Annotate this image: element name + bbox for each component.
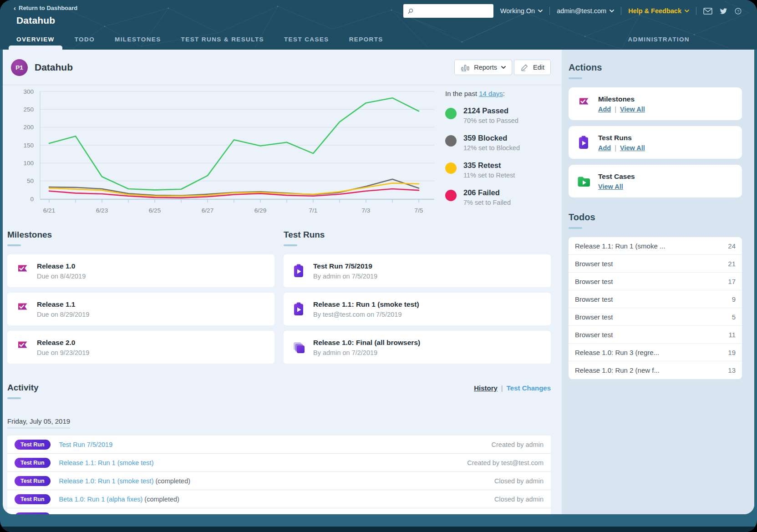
legend-heading: In the past 14 days: <box>445 90 551 97</box>
help-feedback-menu[interactable]: Help & Feedback <box>628 7 689 15</box>
link-separator: | <box>615 106 616 113</box>
main-column: P1 Datahub Reports <box>3 50 562 514</box>
activity-row: Test RunRelease 1.1: Run 1 (smoke test)C… <box>7 454 551 472</box>
clipboard-icon <box>291 263 306 279</box>
history-link[interactable]: History <box>474 384 498 392</box>
nav-tab-todo[interactable]: TODO <box>75 36 95 50</box>
page-header: P1 Datahub Reports <box>7 50 551 78</box>
card-release-1-0[interactable]: Release 1.0Due on 8/4/2019 <box>7 254 274 287</box>
todo-count: 17 <box>723 278 736 285</box>
card-text: Release 1.0: Final (all browsers)By admi… <box>313 339 420 356</box>
todo-label: Release 1.0: Run 3 (regre... <box>575 349 659 356</box>
card-text: Release 1.1: Run 1 (smoke test)By test@t… <box>313 300 419 318</box>
edit-button-label: Edit <box>533 64 544 71</box>
milestones-testruns-section: Milestones Release 1.0Due on 8/4/2019Rel… <box>7 230 551 369</box>
todo-item[interactable]: Browser test5 <box>569 308 742 326</box>
14-days-link[interactable]: 14 days <box>479 90 503 97</box>
card-release-1-1[interactable]: Release 1.1Due on 8/29/2019 <box>7 293 274 325</box>
test-run-badge: Test Run <box>15 458 51 468</box>
twitter-icon[interactable] <box>719 7 728 15</box>
activity-status-suffix: (completed) <box>153 514 188 515</box>
svg-text:200: 200 <box>23 124 34 131</box>
edit-button[interactable]: Edit <box>514 60 551 75</box>
view-all-link[interactable]: View All <box>620 144 645 152</box>
activity-link[interactable]: Beta 1.0: Run 2 (feature freeze) <box>59 514 152 515</box>
nav-tab-reports[interactable]: REPORTS <box>349 36 383 50</box>
email-icon[interactable] <box>703 8 712 15</box>
chevron-down-icon <box>610 10 614 12</box>
user-menu[interactable]: admin@test.com <box>557 7 614 15</box>
action-card-links: Add|View All <box>598 144 645 152</box>
nav-tab-label: TEST CASES <box>284 36 329 43</box>
activity-link[interactable]: Release 1.1: Run 1 (smoke test) <box>59 459 154 466</box>
working-on-label: Working On <box>500 7 535 15</box>
test-changes-link[interactable]: Test Changes <box>507 384 551 392</box>
view-all-link[interactable]: View All <box>598 183 623 190</box>
svg-text:300: 300 <box>23 88 34 95</box>
legend-item-passed: 2124 Passed70% set to Passed <box>445 106 551 124</box>
legend-text: 206 Failed7% set to Failed <box>463 188 511 206</box>
milestones-heading: Milestones <box>7 230 274 240</box>
todo-item[interactable]: Browser test9 <box>569 290 742 308</box>
view-all-link[interactable]: View All <box>620 106 645 113</box>
help-circle-icon[interactable]: ? <box>735 7 742 15</box>
svg-text:7/5: 7/5 <box>415 207 423 214</box>
card-title: Test Run 7/5/2019 <box>313 262 377 270</box>
milestones-column: Milestones Release 1.0Due on 8/4/2019Rel… <box>7 230 274 369</box>
todo-item[interactable]: Release 1.0: Run 2 (new f...13 <box>569 361 742 379</box>
nav-tab-milestones[interactable]: MILESTONES <box>115 36 161 50</box>
card-release-2-0[interactable]: Release 2.0Due on 9/23/2019 <box>7 331 274 364</box>
chevron-down-icon <box>538 10 543 12</box>
nav-tab-test-runs-results[interactable]: TEST RUNS & RESULTS <box>181 36 264 50</box>
search-input[interactable] <box>416 8 489 15</box>
add-link[interactable]: Add <box>598 144 611 152</box>
return-to-dashboard-label: Return to Dashboard <box>19 5 77 11</box>
nav-administration[interactable]: ADMINISTRATION <box>628 36 690 43</box>
action-card-text: Test CasesView All <box>598 172 635 190</box>
clipboard-icon <box>576 135 591 150</box>
testruns-heading: Test Runs <box>284 230 551 240</box>
working-on-menu[interactable]: Working On <box>500 7 543 15</box>
card-release-1-1-run-1-smoke-test[interactable]: Release 1.1: Run 1 (smoke test)By test@t… <box>284 293 551 325</box>
chevron-down-icon <box>501 66 506 69</box>
svg-text:0: 0 <box>30 196 34 203</box>
user-email-label: admin@test.com <box>557 7 606 15</box>
chart-legend: In the past 14 days: 2124 Passed70% set … <box>445 86 551 217</box>
todo-item[interactable]: Browser test11 <box>569 326 742 344</box>
activity-meta: Closed by admin <box>494 477 544 485</box>
project-badge: P1 <box>11 59 28 76</box>
todo-item[interactable]: Release 1.0: Run 3 (regre...19 <box>569 344 742 361</box>
nav-tab-overview[interactable]: OVERVIEW <box>16 36 55 50</box>
search-icon <box>407 8 413 15</box>
return-to-dashboard-link[interactable]: ‹ Return to Dashboard <box>14 5 77 11</box>
svg-text:100: 100 <box>23 160 34 167</box>
reports-button-label: Reports <box>474 64 497 71</box>
svg-text:6/27: 6/27 <box>202 207 213 214</box>
activity-link[interactable]: Test Run 7/5/2019 <box>59 441 113 448</box>
flag-icon <box>15 301 30 317</box>
card-test-run-7-5-2019[interactable]: Test Run 7/5/2019By admin on 7/5/2019 <box>284 254 551 287</box>
activity-status-suffix: (completed) <box>155 477 190 485</box>
todo-item[interactable]: Browser test21 <box>569 255 742 273</box>
activity-link[interactable]: Beta 1.0: Run 1 (alpha fixes) <box>59 496 143 503</box>
todo-label: Browser test <box>575 331 613 339</box>
svg-text:6/25: 6/25 <box>149 207 161 214</box>
nav-tab-test-cases[interactable]: TEST CASES <box>284 36 329 50</box>
activity-status-suffix: (completed) <box>144 496 179 503</box>
todo-count: 11 <box>724 331 736 339</box>
clipboard-icon <box>291 301 306 317</box>
page-title: Datahub <box>35 62 73 73</box>
reports-button[interactable]: Reports <box>454 60 512 75</box>
global-search[interactable] <box>403 4 493 18</box>
nav-tab-label: TEST RUNS & RESULTS <box>181 36 264 43</box>
card-release-1-0-final-all-browsers[interactable]: Release 1.0: Final (all browsers)By admi… <box>284 331 551 364</box>
card-subtitle: By test@test.com on 7/5/2019 <box>313 311 419 318</box>
todo-count: 19 <box>723 349 736 356</box>
add-link[interactable]: Add <box>598 106 611 113</box>
activity-link[interactable]: Release 1.0: Run 1 (smoke test) <box>59 477 154 485</box>
testruns-column: Test Runs Test Run 7/5/2019By admin on 7… <box>284 230 551 369</box>
legend-prefix: In the past <box>445 90 479 97</box>
todo-item[interactable]: Release 1.1: Run 1 (smoke ...24 <box>569 237 742 255</box>
todo-item[interactable]: Browser test17 <box>569 273 742 290</box>
stacked-runs-icon <box>291 339 306 355</box>
